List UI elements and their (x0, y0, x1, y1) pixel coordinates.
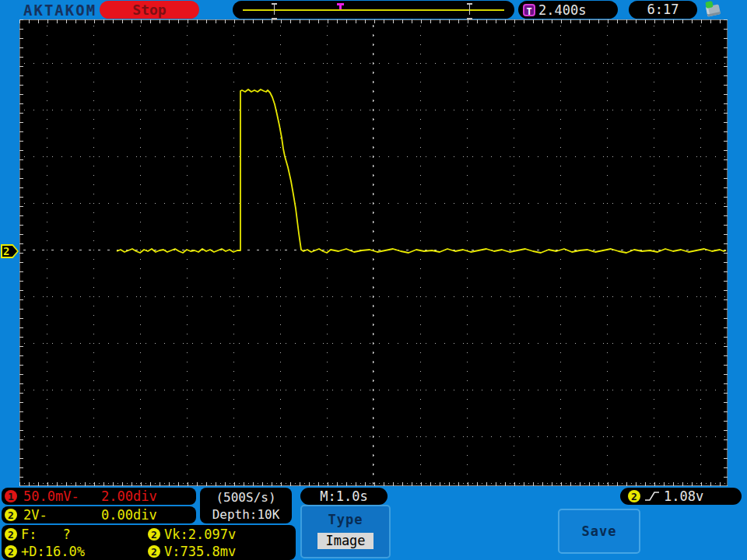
trigger-time-value: 2.400s (538, 2, 586, 18)
acquisition-status-badge: Stop (100, 1, 199, 19)
trigger-position-marker-icon (337, 3, 344, 10)
measurement-value: 2.097v (188, 527, 236, 542)
measurement-value: 16.0% (45, 544, 85, 559)
measurement-duty: 2 +D: 16.0% (5, 544, 148, 559)
oscilloscope-screen (19, 19, 728, 486)
window-left-bracket-icon (272, 3, 277, 19)
measurement-ch-badge: 2 (148, 528, 160, 541)
channel2-readout: 2 2V- 0.00div (2, 506, 196, 523)
rising-edge-icon (644, 491, 660, 502)
window-right-bracket-icon (467, 3, 472, 19)
timebase-readout: M:1.0s (300, 488, 388, 505)
trigger-icon: T (523, 4, 535, 16)
channel1-offset: 2.00div (101, 488, 157, 504)
measurement-value: ? (62, 527, 70, 542)
sampling-readout: (500S/s) Depth:10K (200, 488, 292, 523)
brand-logo: AKTAKOM (23, 2, 96, 19)
trigger-time-readout: T 2.400s (518, 1, 618, 19)
channel2-trace (117, 89, 726, 253)
trigger-channel-badge: 2 (628, 490, 640, 502)
channel2-scale: 2V- (23, 507, 47, 523)
clock-readout: 6:17 (629, 1, 697, 19)
measurement-label: V: (164, 544, 180, 559)
menu-type-panel[interactable]: Type Image (300, 505, 391, 558)
memory-window-line (243, 9, 504, 11)
channel2-offset: 0.00div (101, 507, 157, 523)
memory-depth: Depth:10K (200, 506, 292, 523)
trigger-level-readout: 2 1.08v (620, 488, 742, 505)
channel1-readout: 1 50.0mV- 2.00div (2, 488, 196, 505)
usb-storage-icon (704, 2, 723, 18)
type-menu-selected-value[interactable]: Image (317, 533, 374, 549)
channel1-scale: 50.0mV- (23, 488, 79, 504)
measurement-ch-badge: 2 (5, 528, 17, 541)
save-button[interactable]: Save (558, 509, 640, 554)
horizontal-position-bar (233, 1, 514, 19)
measurements-panel: 2 F: ? 2 Vk: 2.097v 2 +D: 16.0% 2 V: 735… (2, 525, 296, 560)
measurement-label: Vk: (164, 527, 188, 542)
trigger-level-value: 1.08v (664, 488, 703, 504)
measurement-frequency: 2 F: ? (5, 527, 148, 542)
sample-rate: (500S/s) (200, 489, 292, 506)
measurement-v: 2 V: 735.8mv (148, 544, 296, 559)
waveform-plot (19, 19, 728, 486)
channel2-badge: 2 (5, 509, 17, 521)
measurement-label: F: (21, 527, 37, 542)
measurement-label: +D: (21, 544, 45, 559)
measurement-ch-badge: 2 (5, 545, 17, 558)
measurement-ch-badge: 2 (148, 545, 160, 558)
channel2-position-marker[interactable]: 2 (1, 244, 19, 258)
channel2-marker-label: 2 (3, 245, 9, 257)
channel1-badge: 1 (5, 490, 17, 502)
measurement-vk: 2 Vk: 2.097v (148, 527, 296, 542)
type-menu-label: Type (302, 512, 389, 527)
measurement-value: 735.8mv (180, 544, 236, 559)
